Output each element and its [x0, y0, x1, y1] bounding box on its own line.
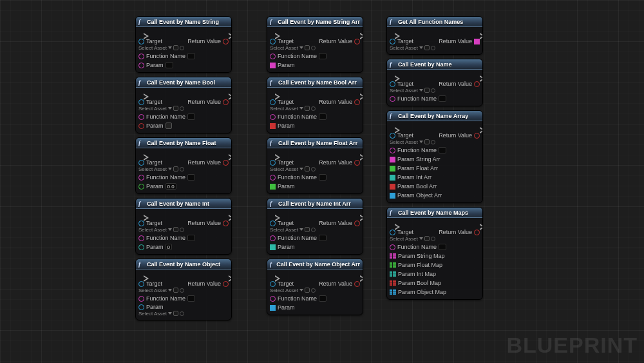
exec-pin[interactable] [138, 272, 144, 279]
exec-pin[interactable] [270, 211, 275, 218]
pin[interactable] [270, 54, 276, 59]
browse-icon[interactable] [173, 288, 178, 293]
exec-pin[interactable] [223, 272, 229, 279]
asset-selector[interactable]: Select Asset [270, 105, 316, 112]
pin[interactable] [354, 221, 360, 226]
exec-pin[interactable] [270, 151, 275, 157]
asset-selector[interactable]: Select Asset [390, 235, 435, 242]
pin[interactable] [138, 184, 144, 190]
function-name-input[interactable] [187, 53, 195, 59]
pin[interactable] [390, 148, 395, 153]
asset-selector[interactable]: Select Asset [138, 166, 184, 172]
exec-pin[interactable] [390, 30, 395, 36]
exec-pin[interactable] [270, 90, 275, 97]
blueprint-node[interactable]: fCall Event by Name StringTargetSelect A… [135, 16, 232, 73]
param-input[interactable]: 0.0 [166, 183, 176, 190]
pin[interactable] [138, 123, 144, 129]
exec-pin[interactable] [355, 211, 360, 218]
function-name-input[interactable] [439, 147, 446, 153]
browse-icon[interactable] [305, 45, 310, 50]
exec-pin[interactable] [475, 221, 480, 227]
blueprint-node[interactable]: fCall Event by Name MapsTargetSelect Ass… [386, 207, 483, 300]
browse-icon[interactable] [173, 166, 178, 172]
function-name-input[interactable] [319, 53, 327, 59]
exec-pin[interactable] [475, 124, 480, 130]
node-header[interactable]: fCall Event by Name String Arr [267, 17, 363, 27]
browse-icon[interactable] [424, 88, 430, 93]
pin[interactable] [390, 39, 395, 44]
pin[interactable] [390, 133, 395, 139]
pin[interactable] [138, 244, 144, 250]
pin[interactable] [270, 221, 276, 226]
node-header[interactable]: fCall Event by Name Array [387, 111, 482, 121]
param-input[interactable] [166, 62, 173, 68]
map-pin[interactable] [390, 262, 396, 268]
function-name-input[interactable] [319, 235, 327, 241]
asset-selector[interactable]: Select Asset [270, 44, 316, 51]
pin[interactable] [270, 99, 276, 105]
pin[interactable] [390, 244, 395, 250]
pin[interactable] [138, 296, 144, 302]
blueprint-node[interactable]: fCall Event by Name IntTargetSelect Asse… [135, 198, 232, 255]
exec-pin[interactable] [270, 272, 275, 279]
node-header[interactable]: fCall Event by Name Maps [387, 208, 482, 218]
array-pin[interactable] [474, 39, 480, 44]
pin[interactable] [138, 99, 144, 105]
blueprint-node[interactable]: fCall Event by Name Float ArrTargetSelec… [267, 137, 363, 194]
array-pin[interactable] [390, 175, 395, 181]
exec-pin[interactable] [475, 72, 480, 79]
map-pin[interactable] [390, 280, 396, 286]
pin[interactable] [138, 221, 144, 226]
map-pin[interactable] [390, 253, 396, 259]
param-input[interactable]: 0 [166, 244, 172, 250]
array-pin[interactable] [390, 157, 395, 162]
asset-selector[interactable]: Select Asset [138, 287, 184, 293]
browse-icon[interactable] [424, 45, 430, 50]
node-header[interactable]: fCall Event by Name String [136, 17, 231, 27]
browse-icon[interactable] [305, 166, 310, 172]
exec-pin[interactable] [355, 151, 360, 157]
node-header[interactable]: fCall Event by Name Bool Arr [267, 77, 363, 88]
blueprint-node[interactable]: fCall Event by Name Bool ArrTargetSelect… [267, 77, 363, 133]
pin[interactable] [138, 304, 144, 310]
blueprint-node[interactable]: fCall Event by Name ObjectTargetSelect A… [135, 259, 232, 320]
pin[interactable] [474, 230, 480, 235]
asset-selector[interactable]: Select Asset [390, 87, 435, 93]
pin[interactable] [270, 235, 276, 241]
blueprint-node[interactable]: fCall Event by Name ArrayTargetSelect As… [386, 110, 483, 203]
function-name-input[interactable] [439, 244, 446, 250]
pin[interactable] [354, 281, 360, 287]
browse-icon[interactable] [305, 106, 310, 111]
map-pin[interactable] [390, 271, 396, 277]
function-name-input[interactable] [319, 174, 327, 181]
blueprint-node[interactable]: fCall Event by Name Int ArrTargetSelect … [267, 198, 363, 255]
array-pin[interactable] [270, 63, 276, 68]
browse-icon[interactable] [173, 106, 178, 111]
pin[interactable] [138, 114, 144, 120]
array-pin[interactable] [390, 184, 395, 190]
asset-selector[interactable]: Select Asset [138, 310, 184, 317]
asset-selector[interactable]: Select Asset [390, 44, 435, 51]
node-header[interactable]: fGet All Function Names [387, 17, 482, 27]
pin[interactable] [138, 160, 144, 166]
pin[interactable] [138, 235, 144, 241]
pin[interactable] [474, 81, 480, 87]
exec-pin[interactable] [223, 151, 229, 157]
pin[interactable] [270, 160, 276, 166]
node-header[interactable]: fCall Event by Name Object Arr [267, 259, 363, 270]
blueprint-node[interactable]: fCall Event by Name Object ArrTargetSele… [267, 259, 363, 315]
blueprint-node[interactable]: fCall Event by Name FloatTargetSelect As… [135, 137, 232, 194]
pin[interactable] [223, 160, 229, 166]
function-name-input[interactable] [187, 113, 195, 120]
node-header[interactable]: fCall Event by Name [387, 59, 482, 70]
array-pin[interactable] [390, 193, 395, 199]
exec-pin[interactable] [355, 90, 360, 97]
browse-icon[interactable] [424, 139, 430, 144]
pin[interactable] [354, 160, 360, 166]
function-name-input[interactable] [187, 235, 195, 241]
node-header[interactable]: fCall Event by Name Bool [136, 77, 231, 88]
asset-selector[interactable]: Select Asset [138, 44, 184, 51]
pin[interactable] [223, 281, 229, 287]
pin[interactable] [223, 221, 229, 226]
pin[interactable] [223, 39, 229, 44]
